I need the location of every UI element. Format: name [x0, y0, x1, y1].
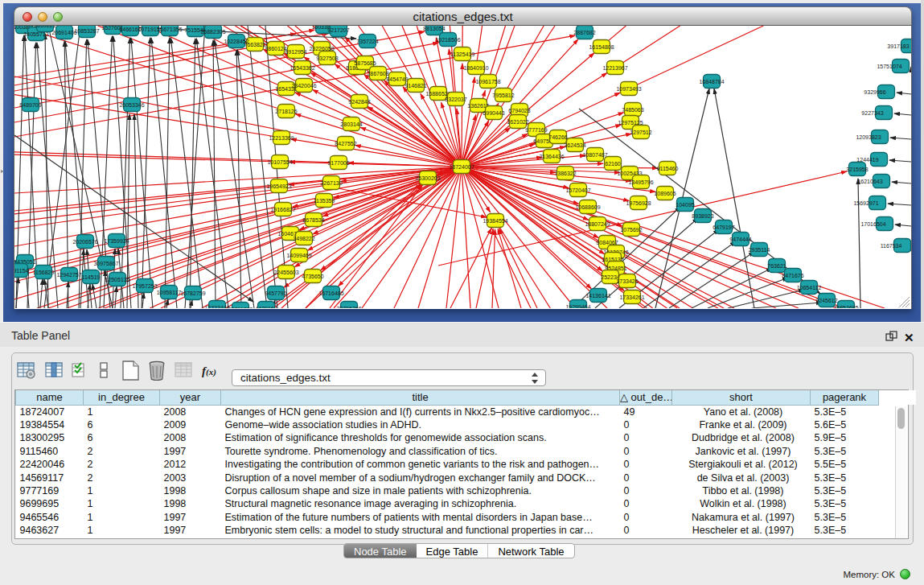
- svg-text:1135359: 1135359: [314, 198, 335, 204]
- svg-text:17957253: 17957253: [132, 283, 157, 289]
- svg-text:2718126: 2718126: [275, 109, 297, 114]
- svg-text:12505135: 12505135: [105, 277, 129, 282]
- svg-text:14099469: 14099469: [286, 253, 311, 258]
- svg-text:8471676: 8471676: [782, 273, 803, 278]
- svg-text:f(x): f(x): [202, 365, 216, 377]
- svg-text:4439167: 4439167: [255, 306, 277, 309]
- svg-text:7386322: 7386322: [554, 171, 576, 176]
- svg-text:17334261: 17334261: [619, 295, 644, 300]
- svg-text:62160: 62160: [605, 161, 621, 167]
- svg-text:9227343: 9227343: [861, 110, 883, 116]
- svg-text:6990443: 6990443: [483, 110, 504, 116]
- svg-text:9327508: 9327508: [316, 56, 338, 61]
- svg-text:10958117: 10958117: [157, 290, 182, 295]
- svg-text:23226058: 23226058: [309, 46, 334, 51]
- svg-text:23706266: 23706266: [336, 306, 361, 309]
- svg-text:1244419: 1244419: [856, 157, 878, 163]
- svg-text:9457791: 9457791: [265, 290, 286, 296]
- svg-text:2935114: 2935114: [749, 247, 770, 253]
- svg-text:10853287: 10853287: [74, 28, 99, 34]
- svg-text:17359934: 17359934: [104, 238, 129, 244]
- svg-text:10654112: 10654112: [797, 285, 822, 290]
- svg-text:3498222: 3498222: [293, 236, 314, 241]
- svg-text:1167534: 1167534: [881, 243, 902, 249]
- svg-text:19654923: 19654923: [266, 183, 291, 189]
- svg-text:17016504: 17016504: [860, 221, 885, 227]
- svg-text:8813054: 8813054: [423, 26, 445, 31]
- svg-text:15692971: 15692971: [853, 200, 878, 206]
- svg-text:114519: 114519: [82, 274, 101, 280]
- svg-text:9245612: 9245612: [815, 298, 837, 303]
- svg-text:23420046: 23420046: [291, 83, 316, 89]
- svg-text:6794028: 6794028: [508, 108, 530, 113]
- svg-text:10688609: 10688609: [575, 204, 600, 210]
- svg-text:9115460: 9115460: [657, 166, 679, 171]
- svg-text:1621022: 1621022: [507, 119, 528, 125]
- svg-text:10973493: 10973493: [616, 86, 641, 92]
- svg-text:25852685: 25852685: [833, 305, 858, 309]
- svg-text:2803144: 2803144: [340, 122, 362, 127]
- svg-text:14136141: 14136141: [585, 293, 610, 299]
- svg-text:9217207: 9217207: [327, 27, 349, 33]
- svg-text:25711873: 25711873: [228, 307, 253, 309]
- svg-text:3215958: 3215958: [846, 167, 868, 172]
- svg-text:18724007: 18724007: [449, 164, 474, 170]
- svg-text:8938923: 8938923: [692, 213, 713, 219]
- svg-text:9329966: 9329966: [864, 89, 885, 95]
- svg-text:763621: 763621: [767, 263, 786, 269]
- svg-text:15751074: 15751074: [877, 64, 901, 69]
- svg-text:19166827: 19166827: [270, 207, 295, 212]
- svg-text:1156829: 1156829: [33, 270, 55, 275]
- svg-text:12213369: 12213369: [269, 135, 294, 141]
- svg-text:7485063: 7485063: [622, 107, 643, 113]
- svg-text:16782759: 16782759: [180, 290, 205, 296]
- svg-text:18807249: 18807249: [585, 221, 610, 227]
- svg-text:25300203: 25300203: [415, 175, 440, 181]
- svg-text:20206576: 20206576: [72, 239, 97, 245]
- svg-text:16210643: 16210643: [857, 179, 882, 184]
- svg-text:3267130: 3267130: [320, 180, 342, 186]
- svg-text:18640910: 18640910: [463, 65, 488, 71]
- svg-text:19218506: 19218506: [435, 37, 460, 43]
- svg-text:26053346: 26053346: [119, 102, 144, 108]
- svg-text:104095: 104095: [676, 202, 694, 208]
- svg-text:19299464: 19299464: [565, 304, 590, 309]
- svg-text:5875685: 5875685: [354, 60, 376, 66]
- svg-text:6479197: 6479197: [713, 225, 734, 230]
- svg-text:8912954: 8912954: [285, 49, 306, 55]
- svg-text:16671355: 16671355: [157, 27, 182, 32]
- svg-text:391154: 391154: [14, 268, 29, 274]
- svg-text:8322037: 8322037: [445, 97, 466, 102]
- svg-text:4735650: 4735650: [302, 274, 323, 279]
- svg-text:16543362: 16543362: [290, 65, 314, 71]
- svg-text:3917183: 3917183: [887, 43, 909, 49]
- svg-text:21364436: 21364436: [539, 154, 564, 159]
- svg-text:7357224: 7357224: [356, 39, 378, 44]
- svg-text:10228452: 10228452: [224, 39, 248, 44]
- svg-text:15716485: 15716485: [318, 290, 343, 296]
- svg-text:9474444: 9474444: [729, 237, 751, 242]
- svg-text:1089605: 1089605: [654, 191, 676, 196]
- svg-text:15720407: 15720407: [565, 187, 590, 193]
- svg-text:1839221: 1839221: [34, 26, 55, 28]
- svg-text:9777169: 9777169: [525, 127, 547, 133]
- svg-text:12975125: 12975125: [618, 120, 643, 126]
- svg-text:9146821: 9146821: [405, 83, 426, 89]
- svg-text:16154808: 16154808: [589, 44, 614, 50]
- svg-text:20691406: 20691406: [51, 30, 76, 35]
- svg-text:7955812: 7955812: [492, 93, 514, 98]
- svg-text:16848784: 16848784: [699, 79, 724, 84]
- svg-text:22455603: 22455603: [273, 270, 298, 275]
- svg-text:2887682: 2887682: [573, 30, 595, 35]
- svg-text:1075692: 1075692: [620, 227, 642, 233]
- svg-text:10107554: 10107554: [267, 159, 292, 165]
- svg-text:8454749: 8454749: [386, 76, 408, 82]
- svg-text:12093823: 12093823: [856, 134, 881, 140]
- svg-text:9084067: 9084067: [596, 240, 618, 245]
- svg-text:11325419: 11325419: [450, 51, 475, 57]
- svg-text:8427552: 8427552: [335, 141, 356, 146]
- svg-text:12213967: 12213967: [602, 65, 627, 71]
- svg-text:9242848: 9242848: [348, 99, 370, 105]
- svg-text:2867608: 2867608: [367, 71, 388, 76]
- svg-text:12323446: 12323446: [204, 305, 229, 309]
